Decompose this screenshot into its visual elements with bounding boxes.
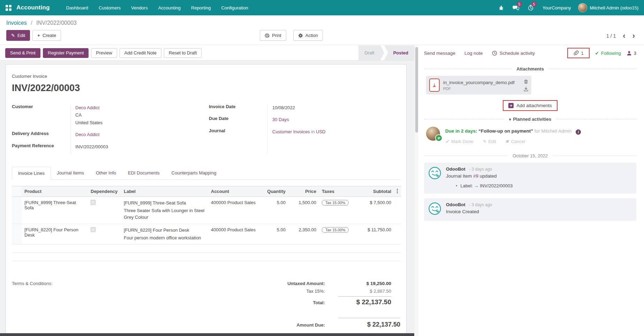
- breadcrumb-invoices[interactable]: Invoices: [6, 20, 27, 26]
- message-author[interactable]: OdooBot: [446, 166, 465, 172]
- table-row[interactable]: [FURN_8999] Three-Seat Sofa [FURN_8999] …: [12, 197, 401, 224]
- pager-previous-icon[interactable]: ‹: [623, 32, 625, 40]
- tab-other-info[interactable]: Other Info: [90, 167, 122, 179]
- customer-country: United States: [75, 119, 103, 126]
- apps-menu-icon[interactable]: [6, 5, 12, 11]
- row-handle[interactable]: [12, 197, 22, 224]
- add-credit-note-button[interactable]: Add Credit Note: [120, 48, 162, 58]
- attachment-card[interactable]: in_invoice_yourcompany_demo.pdf PDF: [426, 76, 531, 95]
- scrollbar-thumb[interactable]: [415, 47, 418, 133]
- cell-taxes[interactable]: Tax 15.00%: [319, 197, 357, 224]
- tab-journal-items[interactable]: Journal Items: [51, 167, 90, 179]
- mark-done-button[interactable]: ✔Mark Done: [445, 139, 473, 144]
- create-button[interactable]: + Create: [32, 30, 61, 41]
- menu-reporting[interactable]: Reporting: [187, 3, 215, 13]
- attachment-filename[interactable]: in_invoice_yourcompany_demo.pdf: [443, 80, 520, 85]
- customer-link[interactable]: Deco Addict: [75, 104, 103, 111]
- messages-icon[interactable]: 5: [510, 2, 522, 13]
- menu-vendors[interactable]: Vendors: [127, 3, 152, 13]
- log-note-button[interactable]: Log note: [464, 51, 483, 56]
- cell-product[interactable]: [FURN_8999] Three-Seat Sofa: [22, 197, 88, 224]
- menu-dashboard[interactable]: Dashboard: [62, 3, 93, 13]
- cancel-activity-button[interactable]: ✖Cancel: [505, 139, 525, 144]
- message-author[interactable]: OdooBot: [446, 202, 465, 207]
- chatter-message: OdooBot - 3 days ago Invoice Created: [424, 198, 636, 221]
- row-handle[interactable]: [12, 224, 22, 244]
- cell-taxes[interactable]: Tax 15.00%: [319, 224, 357, 244]
- column-quantity[interactable]: Quantity: [260, 186, 288, 197]
- add-attachments-button[interactable]: + Add attachments: [503, 101, 556, 110]
- journal-link[interactable]: Customer Invoices: [272, 129, 310, 134]
- cell-label[interactable]: [FURN_8220] Four Person Desk Four person…: [121, 224, 208, 244]
- cell-quantity[interactable]: 5.00: [260, 197, 288, 224]
- planned-activities-title[interactable]: ▾ Planned activities: [424, 117, 636, 122]
- delivery-address-link[interactable]: Deco Addict: [75, 132, 99, 137]
- pdf-file-icon: [429, 79, 440, 92]
- paperclip-icon: [573, 50, 579, 56]
- print-button[interactable]: Print: [260, 30, 286, 41]
- tab-invoice-lines[interactable]: Invoice Lines: [12, 167, 51, 180]
- followers-button[interactable]: 3: [627, 51, 636, 56]
- user-menu[interactable]: Mitchell Admin (odoo15): [578, 3, 638, 12]
- attachments-toggle[interactable]: 1: [567, 48, 590, 58]
- dependency-checkbox[interactable]: [91, 227, 96, 232]
- journal-item-link[interactable]: #9: [473, 173, 478, 179]
- due-date-link[interactable]: 30 Days: [272, 117, 289, 122]
- dependency-checkbox[interactable]: [91, 200, 96, 205]
- app-name[interactable]: Accounting: [16, 4, 50, 11]
- table-row[interactable]: [FURN_8220] Four Person Desk [FURN_8220]…: [12, 224, 401, 244]
- cell-dependency: [88, 224, 121, 244]
- cell-account[interactable]: 400000 Product Sales: [208, 224, 260, 244]
- amount-due-value: $ 22,137.50: [338, 318, 400, 328]
- company-switcher[interactable]: YourCompany: [543, 5, 571, 10]
- cell-product[interactable]: [FURN_8220] Four Person Desk: [22, 224, 88, 244]
- delete-attachment-icon[interactable]: [524, 79, 528, 84]
- menu-configuration[interactable]: Configuration: [217, 3, 252, 13]
- activity-title[interactable]: “Follow-up on payment”: [478, 128, 533, 134]
- check-icon: ✔: [595, 51, 599, 56]
- cell-label[interactable]: [FURN_8999] Three-Seat Sofa Three Seater…: [121, 197, 208, 224]
- pager-next-icon[interactable]: ›: [632, 32, 635, 40]
- column-price[interactable]: Price: [288, 186, 319, 197]
- preview-button[interactable]: Preview: [91, 48, 117, 58]
- cell-quantity[interactable]: 5.00: [260, 224, 288, 244]
- tab-edi-documents[interactable]: EDI Documents: [122, 167, 166, 179]
- activity-due: Due in 2 days:: [445, 128, 477, 134]
- tab-counterparts-mapping[interactable]: Counterparts Mapping: [166, 167, 222, 179]
- untaxed-amount-value: $ 19,250.00: [338, 281, 391, 286]
- column-taxes[interactable]: Taxes: [319, 186, 357, 197]
- terms-conditions-label[interactable]: Terms & Conditions:: [12, 281, 52, 331]
- column-label[interactable]: Label: [121, 186, 208, 197]
- column-product[interactable]: Product: [22, 186, 88, 197]
- edit-button[interactable]: ✎ Edit: [6, 30, 30, 41]
- download-attachment-icon[interactable]: [524, 87, 528, 91]
- cell-price[interactable]: 1,500.00: [288, 197, 319, 224]
- invoice-number-title: INV/2022/00003: [12, 83, 400, 94]
- menu-customers[interactable]: Customers: [94, 3, 125, 13]
- chatter-message: OdooBot - 3 days ago Journal Item #9 upd…: [424, 163, 636, 194]
- state-draft[interactable]: Draft: [358, 45, 380, 60]
- reset-to-draft-button[interactable]: Reset to Draft: [164, 48, 202, 58]
- cell-account[interactable]: 400000 Product Sales: [208, 197, 260, 224]
- edit-activity-button[interactable]: ✎Edit: [482, 139, 496, 144]
- optional-columns-toggle[interactable]: [394, 186, 401, 197]
- send-print-button[interactable]: Send & Print: [5, 48, 40, 58]
- activities-icon[interactable]: 5: [524, 2, 537, 13]
- column-dependency[interactable]: Dependency: [88, 186, 121, 197]
- column-subtotal[interactable]: Subtotal: [357, 186, 394, 197]
- state-posted[interactable]: Posted: [384, 45, 414, 60]
- register-payment-button[interactable]: Register Payment: [43, 48, 89, 58]
- schedule-activity-button[interactable]: Schedule activity: [492, 51, 535, 56]
- attachment-actions: [524, 79, 528, 91]
- cell-price[interactable]: 2,350.00: [288, 224, 319, 244]
- menu-accounting[interactable]: Accounting: [154, 3, 185, 13]
- attachment-info: in_invoice_yourcompany_demo.pdf PDF: [443, 80, 520, 91]
- currency-link[interactable]: USD: [316, 129, 325, 134]
- column-account[interactable]: Account: [208, 186, 260, 197]
- send-message-button[interactable]: Send message: [424, 51, 455, 56]
- action-button[interactable]: Action: [293, 30, 323, 41]
- info-icon[interactable]: i: [576, 129, 581, 135]
- form-scrollbar[interactable]: [414, 45, 418, 336]
- debug-bug-icon[interactable]: [495, 2, 508, 13]
- following-button[interactable]: ✔ Following: [595, 51, 621, 56]
